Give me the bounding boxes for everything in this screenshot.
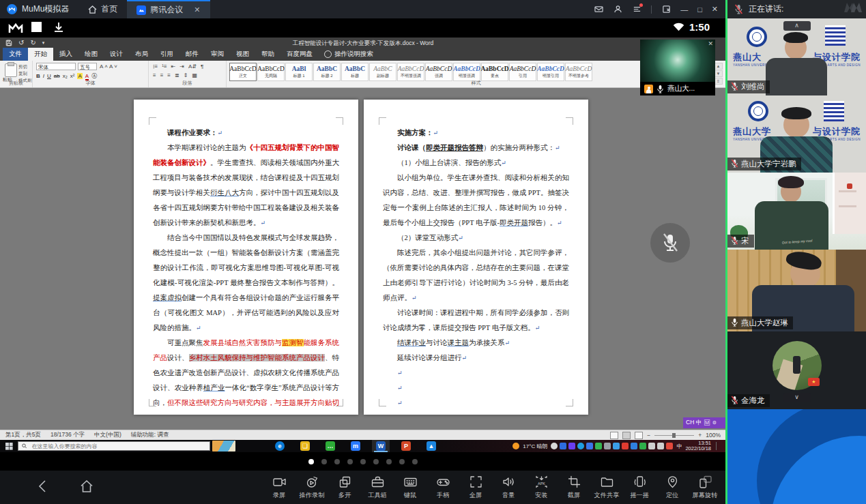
display-tray-icon[interactable] — [648, 443, 655, 449]
tool-record-screen[interactable]: 录屏 — [263, 475, 295, 500]
character-shading-button[interactable]: Ⓐ — [91, 72, 97, 80]
taskbar-app-photos[interactable]: ▲ — [422, 440, 440, 452]
style-引用[interactable]: AaBbCcD引用 — [509, 63, 536, 81]
bluetooth-tray-icon[interactable] — [631, 443, 637, 449]
ribbon-tab-邮件[interactable]: 邮件 — [179, 48, 205, 61]
tool-install-apk[interactable]: APK安装 — [525, 475, 557, 500]
red-mail-tray-icon[interactable] — [622, 443, 629, 449]
tell-me-search[interactable]: 操作说明搜索 — [319, 48, 379, 61]
collapse-panel-button[interactable]: ∧ — [783, 21, 811, 31]
ribbon-tab-帮助[interactable]: 帮助 — [255, 48, 280, 61]
align-right-button[interactable]: ≡ — [167, 72, 171, 78]
tool-file-share[interactable]: 文件共享 — [591, 475, 622, 500]
style-明显强调[interactable]: AaBbCcD明显强调 — [453, 63, 480, 81]
weather-text[interactable]: 17°C 晴朗 — [523, 443, 547, 450]
font-size-combobox[interactable]: 五号 — [78, 63, 97, 70]
ribbon-tab-布局[interactable]: 布局 — [129, 48, 154, 61]
carousel-dot-6[interactable] — [373, 459, 379, 464]
download-overlay-icon[interactable] — [53, 22, 64, 33]
participant-tile[interactable]: 燕山大学 与设计学院 YANSHAN UNIVERSITY OF ARTS AN… — [727, 95, 866, 173]
taskbar-app-word[interactable]: W — [372, 440, 390, 452]
microphone-muted-fab[interactable] — [650, 223, 690, 263]
ribbon-tab-开始[interactable]: 开始 — [28, 48, 53, 61]
superscript-button[interactable]: x² — [70, 73, 75, 79]
window-resize-icon[interactable] — [661, 5, 671, 14]
ime-status-badge[interactable]: CH 中 🄼 ⚙ — [683, 417, 725, 428]
taskbar-app-edge[interactable]: e — [271, 440, 289, 452]
weather-icon[interactable] — [513, 443, 519, 449]
self-camera-overlay[interactable]: ✕ 燕山大... — [640, 40, 715, 95]
style-标题 2[interactable]: AaBbC标题 2 — [313, 63, 341, 81]
zoom-slider[interactable] — [654, 435, 694, 436]
tool-screenshot[interactable]: 截屏 — [558, 475, 590, 500]
blue-app-tray-icon[interactable] — [560, 443, 566, 449]
justify-button[interactable]: ≣ — [175, 72, 179, 78]
ribbon-tab-插入[interactable]: 插入 — [53, 48, 78, 61]
print-layout-button[interactable] — [622, 432, 631, 439]
maximize-icon[interactable]: □ — [697, 5, 702, 14]
ribbon-tab-文件[interactable]: 文件 — [3, 48, 28, 61]
account-icon[interactable] — [613, 5, 622, 14]
carousel-dot-8[interactable] — [399, 459, 405, 464]
taskbar-app-wechat[interactable]: … — [321, 440, 339, 452]
volume-tray-icon[interactable] — [657, 443, 664, 449]
tool-volume[interactable]: 音量 — [493, 475, 524, 500]
document-page-1[interactable]: 课程作业要求：↵本学期课程讨论的主题为《十四五规划背景下的中国智能装备创新设计》… — [134, 100, 358, 415]
ribbon-tab-设计[interactable]: 设计 — [104, 48, 129, 61]
ribbon-tab-绘图[interactable]: 绘图 — [78, 48, 104, 61]
carousel-dot-7[interactable] — [386, 459, 392, 464]
align-left-button[interactable]: ≡ — [153, 72, 156, 78]
bullets-button[interactable]: ⁝≡ — [153, 63, 158, 70]
blue-app-2-tray-icon[interactable] — [586, 443, 593, 449]
carousel-dot-1[interactable] — [308, 459, 314, 464]
style-正文[interactable]: AaBbCcD正文 — [229, 63, 257, 81]
indent-increase-button[interactable]: ⇥ — [179, 63, 184, 70]
text-highlight-button[interactable]: A — [77, 73, 82, 79]
tool-fullscreen[interactable]: 全屏 — [460, 475, 491, 500]
tool-shake[interactable]: 摇一摇 — [624, 475, 655, 500]
show-marks-button[interactable]: ¶ — [201, 63, 203, 70]
ribbon-tab-引用[interactable]: 引用 — [154, 48, 179, 61]
accessibility-status[interactable]: 辅助功能: 调查 — [131, 431, 169, 439]
bold-button[interactable]: B — [36, 73, 40, 79]
expand-panel-button[interactable]: ∨ — [783, 393, 811, 402]
alert-red-tray-icon[interactable] — [666, 443, 673, 449]
taskbar-search[interactable] — [18, 441, 210, 451]
zoom-level[interactable]: 100% — [706, 432, 721, 439]
font-name-combobox[interactable]: 宋体 — [36, 63, 76, 70]
carousel-dot-9[interactable] — [412, 459, 418, 464]
font-grow-shrink-icons[interactable]: A˄A˅ — [100, 63, 119, 70]
subscript-button[interactable]: x₂ — [63, 73, 68, 79]
screenshot-overlay-icon[interactable] — [31, 22, 42, 32]
read-mode-button[interactable] — [610, 432, 618, 439]
indent-decrease-button[interactable]: ⇤ — [171, 63, 176, 70]
carousel-dot-4[interactable] — [347, 459, 353, 464]
close-icon[interactable]: ✕ — [708, 40, 713, 47]
sort-button[interactable]: A⇵ — [188, 63, 197, 70]
italic-button[interactable]: I — [43, 73, 44, 79]
taskbar-app-mumu[interactable]: m — [347, 440, 364, 452]
show-desktop-button[interactable] — [716, 442, 722, 450]
mail-icon[interactable] — [594, 5, 603, 14]
ime-indicator[interactable]: 中 — [676, 443, 682, 450]
green-shield-tray-icon[interactable] — [639, 443, 646, 449]
microphone-tray-icon[interactable] — [551, 443, 558, 449]
taskbar-clock[interactable]: 13:51 2022/10/18 — [685, 441, 711, 451]
paste-icon[interactable] — [5, 63, 17, 77]
phone-tray-icon[interactable] — [604, 443, 611, 449]
numbering-button[interactable]: ¹≡ — [162, 63, 167, 70]
blue-circle-app-tray-icon[interactable] — [577, 443, 584, 449]
wechat-tray-icon[interactable] — [595, 443, 602, 449]
violet-app-tray-icon[interactable] — [568, 443, 575, 449]
ribbon-tab-审阅[interactable]: 审阅 — [205, 48, 230, 61]
ribbon-tab-视图[interactable]: 视图 — [230, 48, 255, 61]
close-icon[interactable]: ✕ — [712, 5, 718, 14]
participant-tile[interactable]: ★ ∨ 金海龙 — [727, 331, 866, 409]
copy-button[interactable]: 复制 — [18, 71, 32, 77]
style-副标题[interactable]: AaBbC副标题 — [369, 63, 396, 81]
zoom-slider-thumb[interactable] — [672, 433, 676, 438]
tab-tencent-meeting[interactable]: 腾讯会议 ✕ — [127, 0, 210, 18]
home-button[interactable] — [79, 479, 94, 496]
document-page-2[interactable]: 实施方案：↵讨论课（即类开题报告答辩）的实施分两种形式：↵（1）小组上台讲演、报… — [364, 100, 588, 415]
web-layout-button[interactable] — [635, 432, 643, 439]
